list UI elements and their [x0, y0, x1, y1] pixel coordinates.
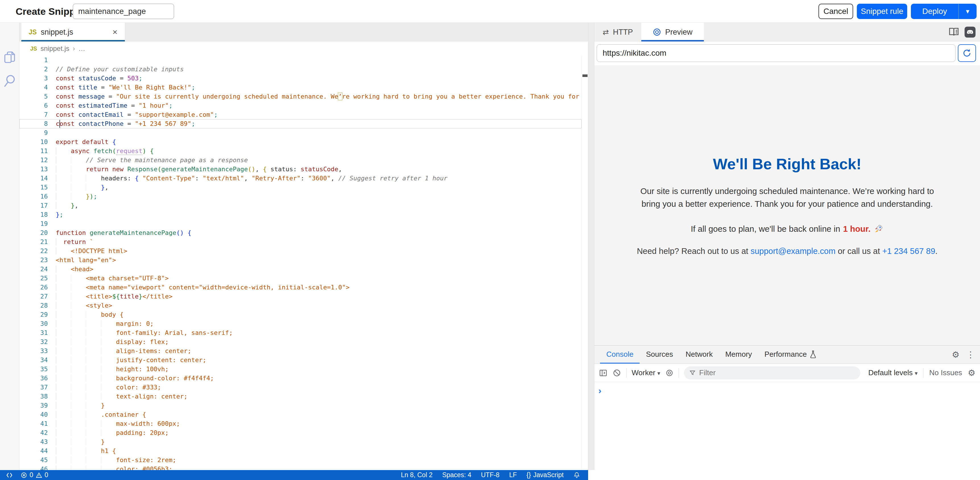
tab-http[interactable]: ⇄ HTTP	[594, 23, 641, 41]
filter-input[interactable]	[699, 368, 855, 377]
console-sidebar-toggle-icon[interactable]	[599, 369, 608, 377]
code-line[interactable]: 4const title = "We'll Be Right Back!";	[19, 83, 582, 92]
breadcrumb[interactable]: JS snippet.js › …	[19, 41, 588, 55]
code-line[interactable]: 27 <title>${title}</title>	[19, 292, 582, 301]
line-number: 43	[19, 437, 48, 447]
code-line[interactable]: 32 display: flex;	[19, 337, 582, 347]
discord-icon[interactable]	[964, 26, 976, 38]
docs-book-icon[interactable]	[948, 26, 959, 38]
code-line[interactable]: 7const contactEmail = "support@example.c…	[19, 110, 582, 119]
console-filter[interactable]	[684, 366, 860, 379]
code-line[interactable]: 22 <!DOCTYPE html>	[19, 247, 582, 256]
tab-performance[interactable]: Performance	[758, 346, 823, 364]
code-line[interactable]: 10export default {	[19, 138, 582, 147]
tab-label: snippet.js	[41, 28, 73, 36]
refresh-button[interactable]	[958, 44, 976, 62]
code-line[interactable]: 2// Define your customizable inputs	[19, 65, 582, 74]
code-line[interactable]: 34 justify-content: center;	[19, 356, 582, 365]
code-line[interactable]: 20function generateMaintenancePage() {	[19, 228, 582, 238]
editor-scrollbar[interactable]	[582, 55, 588, 470]
code-line[interactable]: 14 headers: { "Content-Type": "text/html…	[19, 174, 582, 183]
code-line[interactable]: 36 background-color: #f4f4f4;	[19, 374, 582, 383]
code-line[interactable]: 13 return new Response(generateMaintenan…	[19, 165, 582, 174]
eye-watch-icon[interactable]	[665, 369, 673, 377]
preview-url-input[interactable]	[597, 44, 956, 62]
deploy-dropdown-button[interactable]: ▾	[958, 4, 977, 19]
snippet-rule-button[interactable]: Snippet rule	[857, 4, 907, 19]
deploy-button[interactable]: Deploy	[911, 4, 958, 19]
code-line[interactable]: 23<html lang="en">	[19, 256, 582, 265]
code-line[interactable]: 21 return `	[19, 238, 582, 247]
code-line[interactable]: 43 }	[19, 437, 582, 447]
code-line[interactable]: 42 padding: 20px;	[19, 428, 582, 437]
eol-sequence[interactable]: LF	[509, 471, 517, 479]
problems-indicator[interactable]: 0 0	[21, 471, 48, 479]
code-line[interactable]: 40 .container {	[19, 410, 582, 419]
code-line[interactable]: 11 async fetch(request) {	[19, 147, 582, 156]
breadcrumb-file[interactable]: snippet.js	[40, 44, 69, 52]
gear-icon[interactable]: ⚙	[952, 350, 959, 359]
code-line[interactable]: 1	[19, 55, 582, 65]
code-line[interactable]: 26 <meta name="viewport" content="width=…	[19, 283, 582, 292]
code-line[interactable]: 30 margin: 0;	[19, 319, 582, 328]
pane-divider[interactable]	[588, 23, 594, 470]
code-line[interactable]: 44 h1 {	[19, 447, 582, 456]
code-line[interactable]: 31 font-family: Arial, sans-serif;	[19, 328, 582, 337]
issues-counter[interactable]: No Issues	[929, 368, 962, 377]
code-line[interactable]: 39 }	[19, 401, 582, 410]
toolbar-divider	[626, 368, 627, 378]
clear-console-icon[interactable]	[612, 369, 621, 377]
code-line[interactable]: 37 color: #333;	[19, 383, 582, 392]
code-line[interactable]: 25 <meta charset="UTF-8">	[19, 274, 582, 283]
console-settings-gear-icon[interactable]: ⚙	[968, 369, 975, 377]
tab-network[interactable]: Network	[679, 346, 719, 364]
code-line[interactable]: 18};	[19, 210, 582, 219]
code-line[interactable]: 16 });	[19, 192, 582, 201]
tab-memory[interactable]: Memory	[719, 346, 758, 364]
files-icon[interactable]	[4, 51, 15, 64]
code-line[interactable]: 5const message = "Our site is currently …	[19, 92, 582, 101]
code-line[interactable]: 24 <head>	[19, 265, 582, 274]
funnel-icon	[689, 369, 696, 376]
code-line[interactable]: 3const statusCode = 503;	[19, 74, 582, 83]
search-icon[interactable]	[3, 74, 16, 88]
tab-console[interactable]: Console	[600, 346, 640, 364]
line-number: 44	[19, 447, 48, 456]
code-line[interactable]: 28 <style>	[19, 301, 582, 310]
language-mode[interactable]: {}JavaScript	[527, 471, 564, 479]
indentation[interactable]: Spaces: 4	[442, 471, 471, 479]
email-link[interactable]: support@example.com	[751, 247, 835, 256]
tab-preview[interactable]: Preview	[641, 23, 704, 41]
close-icon[interactable]: ×	[112, 28, 118, 36]
default-levels-dropdown[interactable]: Default levels ▾	[868, 368, 918, 377]
code-line[interactable]: 6const estimatedTime = "1 hour";	[19, 101, 582, 110]
code-line[interactable]: 9	[19, 128, 582, 138]
breadcrumb-symbol[interactable]: …	[78, 44, 85, 52]
code-line[interactable]: 45 font-size: 2rem;	[19, 456, 582, 465]
code-lines[interactable]: 12// Define your customizable inputs3con…	[19, 55, 588, 470]
phone-link[interactable]: +1 234 567 89	[882, 247, 935, 256]
cursor-position[interactable]: Ln 8, Col 2	[401, 471, 433, 479]
tab-sources[interactable]: Sources	[640, 346, 679, 364]
code-line[interactable]: 8const contactPhone = "+1 234 567 89";	[19, 119, 582, 128]
code-line[interactable]: 17 },	[19, 201, 582, 210]
code-line[interactable]: 38 text-align: center;	[19, 392, 582, 401]
code-line[interactable]: 46 color: #0056b3;	[19, 465, 582, 470]
bell-icon[interactable]	[573, 472, 580, 478]
console-output[interactable]: ›	[594, 382, 980, 395]
code-line[interactable]: 15 },	[19, 183, 582, 192]
code-line[interactable]: 41 max-width: 600px;	[19, 419, 582, 428]
encoding[interactable]: UTF-8	[481, 471, 500, 479]
code-line[interactable]: 33 align-items: center;	[19, 347, 582, 356]
code-line[interactable]: 35 height: 100vh;	[19, 365, 582, 374]
code-line[interactable]: 29 body {	[19, 310, 582, 319]
code-line[interactable]: 19	[19, 219, 582, 228]
tab-snippet-js[interactable]: JS snippet.js ×	[21, 23, 125, 41]
cancel-button[interactable]: Cancel	[818, 4, 853, 19]
remote-indicator-icon[interactable]	[6, 472, 13, 479]
text-cursor	[59, 120, 60, 128]
snippet-name-input[interactable]	[73, 4, 174, 19]
kebab-menu-icon[interactable]: ⋮	[966, 350, 975, 359]
execution-context-selector[interactable]: Worker ▾	[632, 368, 660, 377]
code-line[interactable]: 12 // Serve the maintenance page as a re…	[19, 156, 582, 165]
